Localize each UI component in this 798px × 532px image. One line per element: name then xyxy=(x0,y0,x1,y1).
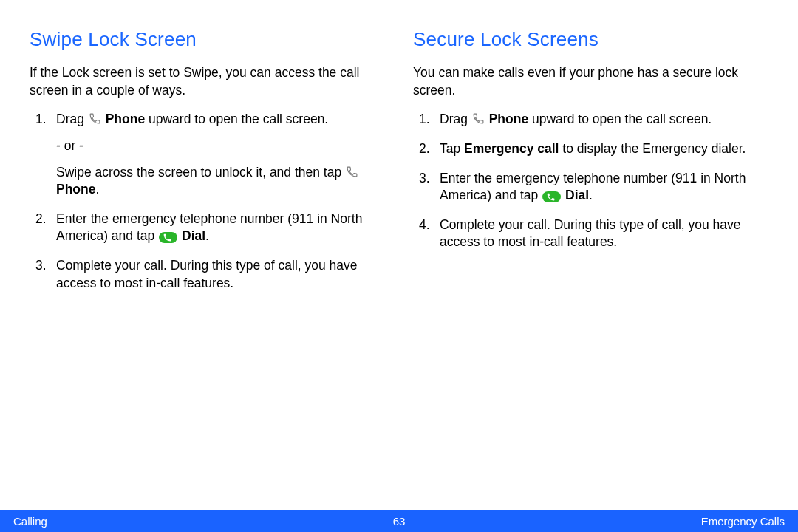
swipe-heading: Swipe Lock Screen xyxy=(30,28,385,51)
page-content: Swipe Lock Screen If the Lock screen is … xyxy=(0,0,798,304)
page-footer: Calling 63 Emergency Calls xyxy=(0,510,798,532)
secure-step2: Tap Emergency call to display the Emerge… xyxy=(440,140,768,158)
step-text: upward to open the call screen. xyxy=(528,112,712,126)
swipe-step3: Complete your call. During this type of … xyxy=(56,257,385,292)
step-text: Drag xyxy=(440,112,471,126)
page-number: 63 xyxy=(393,515,406,528)
swipe-step2: Enter the emergency telephone number (91… xyxy=(56,211,385,245)
phone-icon xyxy=(346,166,358,178)
step-sub: Swipe across the screen to unlock it, an… xyxy=(56,164,385,199)
step-text: . xyxy=(205,228,209,243)
or-divider: - or - xyxy=(56,137,385,155)
swipe-steps: Drag Phone upward to open the call scree… xyxy=(30,111,385,292)
secure-step1: Drag Phone upward to open the call scree… xyxy=(440,111,768,129)
swipe-step1: Drag Phone upward to open the call scree… xyxy=(56,111,385,199)
step-text: . xyxy=(95,182,99,197)
secure-intro: You can make calls even if your phone ha… xyxy=(413,64,768,99)
footer-left: Calling xyxy=(13,515,47,528)
phone-icon xyxy=(472,112,485,125)
dial-label: Dial xyxy=(565,188,589,202)
phone-icon xyxy=(89,112,101,125)
secure-step3: Enter the emergency telephone number (91… xyxy=(440,170,768,205)
secure-heading: Secure Lock Screens xyxy=(413,28,768,51)
swipe-intro: If the Lock screen is set to Swipe, you … xyxy=(30,64,385,99)
emergency-call-label: Emergency call xyxy=(464,141,559,156)
step-text: Enter the emergency telephone number (91… xyxy=(56,211,362,244)
left-column: Swipe Lock Screen If the Lock screen is … xyxy=(30,28,385,304)
dial-button-icon xyxy=(542,191,561,202)
step-text: . xyxy=(589,188,593,202)
phone-label: Phone xyxy=(489,112,528,126)
secure-step4: Complete your call. During this type of … xyxy=(440,216,768,251)
step-text: upward to open the call screen. xyxy=(145,112,328,126)
right-column: Secure Lock Screens You can make calls e… xyxy=(413,28,768,304)
step-text: Tap xyxy=(440,141,464,156)
step-text: Drag xyxy=(56,112,88,126)
secure-steps: Drag Phone upward to open the call scree… xyxy=(413,111,768,251)
footer-right: Emergency Calls xyxy=(701,515,785,528)
step-text: Enter the emergency telephone number (91… xyxy=(440,171,746,203)
dial-label: Dial xyxy=(182,228,205,243)
phone-label: Phone xyxy=(106,112,145,126)
phone-label: Phone xyxy=(56,182,95,197)
step-text: Swipe across the screen to unlock it, an… xyxy=(56,165,345,180)
step-text: to display the Emergency dialer. xyxy=(559,141,746,156)
dial-button-icon xyxy=(159,232,177,243)
